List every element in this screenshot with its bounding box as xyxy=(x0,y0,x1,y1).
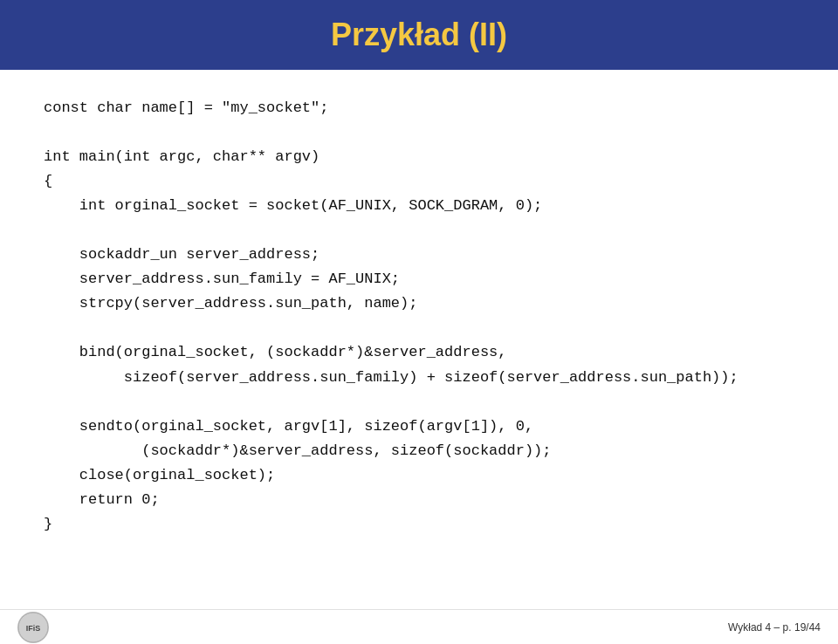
slide-title: Przykład (II) xyxy=(331,17,507,53)
svg-text:IFiS: IFiS xyxy=(26,624,41,633)
code-line-5: int orginal_socket = socket(AF_UNIX, SOC… xyxy=(44,197,542,214)
slide-content: const char name[] = "my_socket"; int mai… xyxy=(0,70,838,609)
code-line-12: sizeof(server_address.sun_family) + size… xyxy=(44,369,738,386)
slide-footer: IFiS Wykład 4 – p. 19/44 xyxy=(0,609,838,644)
code-line-8: server_address.sun_family = AF_UNIX; xyxy=(44,271,400,287)
logo-area: IFiS xyxy=(17,612,49,643)
logo-icon: IFiS xyxy=(17,612,49,643)
code-line-11: bind(orginal_socket, (sockaddr*)&server_… xyxy=(44,344,507,360)
code-line-4: { xyxy=(44,173,52,189)
code-line-7: sockaddr_un server_address; xyxy=(44,246,319,263)
page-number: Wykład 4 – p. 19/44 xyxy=(728,621,821,634)
code-line-17: return 0; xyxy=(44,491,160,508)
slide: Przykład (II) const char name[] = "my_so… xyxy=(0,0,838,644)
code-line-15: (sockaddr*)&server_address, sizeof(socka… xyxy=(44,442,552,459)
code-block: const char name[] = "my_socket"; int mai… xyxy=(44,96,794,537)
code-line-16: close(orginal_socket); xyxy=(44,467,275,483)
code-line-1: const char name[] = "my_socket"; xyxy=(44,99,328,116)
slide-header: Przykład (II) xyxy=(0,0,838,70)
code-line-14: sendto(orginal_socket, argv[1], sizeof(a… xyxy=(44,418,533,435)
code-line-9: strcpy(server_address.sun_path, name); xyxy=(44,295,417,312)
code-line-18: } xyxy=(44,516,52,532)
code-line-3: int main(int argc, char** argv) xyxy=(44,148,319,165)
